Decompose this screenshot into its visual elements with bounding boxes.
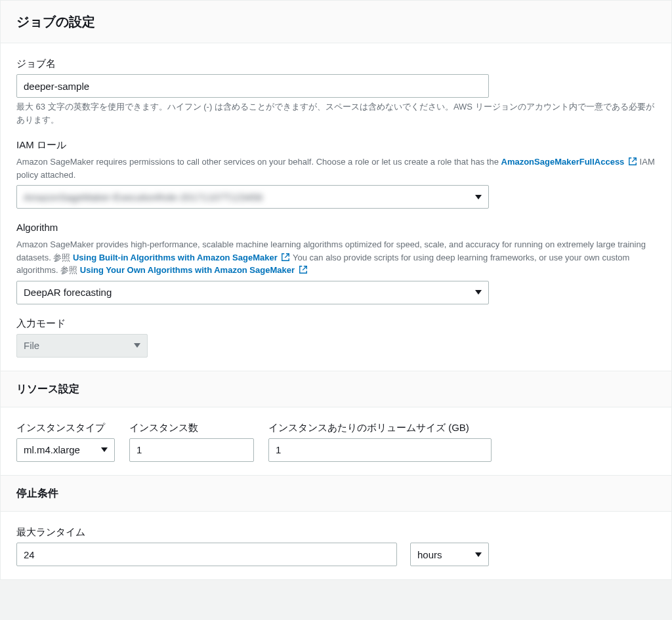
volume-size-field: インスタンスあたりのボリュームサイズ (GB) <box>268 421 492 462</box>
instance-type-select[interactable]: ml.m4.xlarge <box>16 438 115 462</box>
volume-size-label: インスタンスあたりのボリュームサイズ (GB) <box>268 421 478 434</box>
input-mode-value: File <box>24 339 39 352</box>
volume-size-input[interactable] <box>268 438 492 462</box>
resource-header: リソース設定 <box>1 371 671 407</box>
external-link-icon <box>628 157 637 166</box>
chevron-down-icon <box>475 290 482 295</box>
instance-count-input[interactable] <box>129 438 254 462</box>
resource-title: リソース設定 <box>16 382 656 396</box>
chevron-down-icon <box>101 447 108 452</box>
algorithm-hint: Amazon SageMaker provides high-performan… <box>16 238 656 277</box>
max-runtime-unit-select[interactable]: hours <box>410 543 489 566</box>
instance-type-label: インスタンスタイプ <box>16 421 108 434</box>
max-runtime-unit-value: hours <box>417 548 442 562</box>
instance-type-value: ml.m4.xlarge <box>24 443 80 457</box>
max-runtime-label: 最大ランタイム <box>16 525 656 539</box>
panel-header: ジョブの設定 <box>1 1 671 43</box>
job-name-label: ジョブ名 <box>16 56 656 70</box>
chevron-down-icon <box>475 195 482 199</box>
stop-header: 停止条件 <box>1 475 671 512</box>
algorithm-value: DeepAR forecasting <box>24 285 112 299</box>
iam-fullaccess-link[interactable]: AmazonSageMakerFullAccess <box>501 157 640 167</box>
algorithm-field: Algorithm Amazon SageMaker provides high… <box>16 220 656 304</box>
iam-role-select[interactable]: AmazonSageMaker-ExecutionRole-20171107T1… <box>16 185 489 209</box>
max-runtime-input[interactable] <box>16 543 397 566</box>
job-name-field: ジョブ名 最大 63 文字の英数字を使用できます。ハイフン (-) は含めること… <box>16 56 656 126</box>
job-name-hint: 最大 63 文字の英数字を使用できます。ハイフン (-) は含めることができます… <box>16 100 656 126</box>
builtin-algorithms-link[interactable]: Using Built-in Algorithms with Amazon Sa… <box>73 253 293 262</box>
external-link-icon <box>299 265 308 274</box>
input-mode-label: 入力モード <box>16 316 656 330</box>
external-link-icon <box>281 253 290 262</box>
algorithm-select[interactable]: DeepAR forecasting <box>16 281 489 304</box>
max-runtime-field: 最大ランタイム hours <box>16 525 656 566</box>
iam-role-label: IAM ロール <box>16 138 656 152</box>
instance-type-field: インスタンスタイプ ml.m4.xlarge <box>16 421 115 462</box>
iam-role-value: AmazonSageMaker-ExecutionRole-20171107T1… <box>24 190 262 204</box>
algorithm-label: Algorithm <box>16 220 656 234</box>
own-algorithms-link[interactable]: Using Your Own Algorithms with Amazon Sa… <box>80 265 308 275</box>
input-mode-select[interactable]: File <box>16 334 148 358</box>
instance-count-field: インスタンス数 <box>129 421 254 462</box>
chevron-down-icon <box>134 343 140 348</box>
panel-title: ジョブの設定 <box>16 12 656 31</box>
job-name-input[interactable] <box>16 74 489 98</box>
iam-role-field: IAM ロール Amazon SageMaker requires permis… <box>16 138 656 209</box>
input-mode-field: 入力モード File <box>16 316 656 358</box>
instance-count-label: インスタンス数 <box>129 421 254 434</box>
stop-title: 停止条件 <box>16 486 656 501</box>
chevron-down-icon <box>475 552 482 557</box>
iam-role-hint: Amazon SageMaker requires permissions to… <box>16 155 656 181</box>
